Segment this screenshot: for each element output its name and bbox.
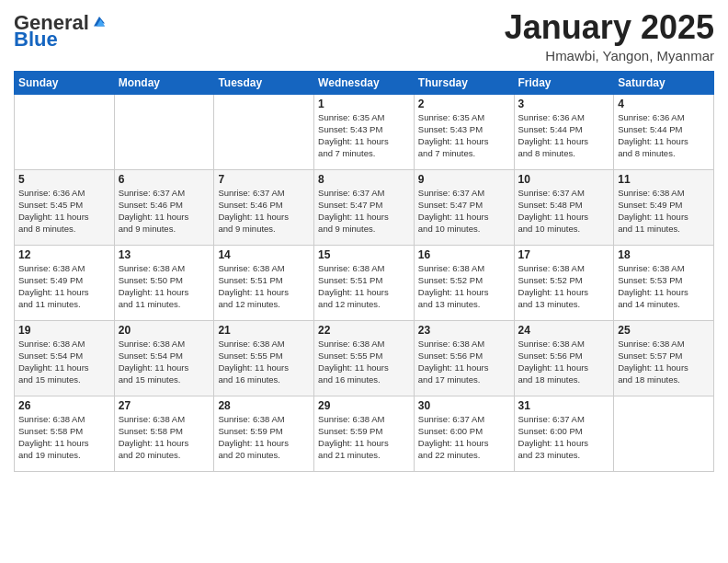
col-monday: Monday xyxy=(114,71,214,94)
day-info: Sunrise: 6:35 AM Sunset: 5:43 PM Dayligh… xyxy=(418,111,510,160)
day-info: Sunrise: 6:38 AM Sunset: 5:56 PM Dayligh… xyxy=(518,338,610,386)
calendar-cell: 20Sunrise: 6:38 AM Sunset: 5:54 PM Dayli… xyxy=(114,320,214,396)
day-info: Sunrise: 6:38 AM Sunset: 5:58 PM Dayligh… xyxy=(18,413,110,462)
day-number: 6 xyxy=(119,173,210,186)
day-info: Sunrise: 6:37 AM Sunset: 5:47 PM Dayligh… xyxy=(418,187,510,236)
day-number: 28 xyxy=(218,399,310,412)
day-number: 18 xyxy=(618,248,710,261)
calendar-cell: 7Sunrise: 6:37 AM Sunset: 5:46 PM Daylig… xyxy=(214,169,314,245)
day-info: Sunrise: 6:38 AM Sunset: 5:55 PM Dayligh… xyxy=(318,338,410,386)
day-info: Sunrise: 6:37 AM Sunset: 6:00 PM Dayligh… xyxy=(418,413,510,462)
day-number: 16 xyxy=(418,248,510,261)
calendar-cell: 19Sunrise: 6:38 AM Sunset: 5:54 PM Dayli… xyxy=(15,320,115,396)
calendar-cell: 8Sunrise: 6:37 AM Sunset: 5:47 PM Daylig… xyxy=(314,169,415,245)
calendar-week-4: 19Sunrise: 6:38 AM Sunset: 5:54 PM Dayli… xyxy=(15,320,714,396)
day-info: Sunrise: 6:38 AM Sunset: 5:52 PM Dayligh… xyxy=(418,262,510,311)
day-info: Sunrise: 6:38 AM Sunset: 5:56 PM Dayligh… xyxy=(418,338,510,386)
day-info: Sunrise: 6:37 AM Sunset: 6:00 PM Dayligh… xyxy=(518,413,610,462)
day-number: 29 xyxy=(318,399,410,412)
day-number: 7 xyxy=(218,173,310,186)
calendar-cell: 26Sunrise: 6:38 AM Sunset: 5:58 PM Dayli… xyxy=(15,396,115,471)
calendar-cell: 5Sunrise: 6:36 AM Sunset: 5:45 PM Daylig… xyxy=(15,169,115,245)
calendar-cell: 31Sunrise: 6:37 AM Sunset: 6:00 PM Dayli… xyxy=(514,396,614,471)
day-number: 20 xyxy=(119,324,210,337)
calendar-cell: 10Sunrise: 6:37 AM Sunset: 5:48 PM Dayli… xyxy=(514,169,614,245)
day-number: 23 xyxy=(418,324,510,337)
day-info: Sunrise: 6:37 AM Sunset: 5:48 PM Dayligh… xyxy=(518,187,610,236)
day-number: 22 xyxy=(318,324,410,337)
calendar-cell: 18Sunrise: 6:38 AM Sunset: 5:53 PM Dayli… xyxy=(614,245,714,320)
calendar-cell: 15Sunrise: 6:38 AM Sunset: 5:51 PM Dayli… xyxy=(314,245,415,320)
calendar-cell xyxy=(214,94,314,169)
day-info: Sunrise: 6:38 AM Sunset: 5:51 PM Dayligh… xyxy=(318,262,410,311)
day-info: Sunrise: 6:37 AM Sunset: 5:46 PM Dayligh… xyxy=(119,187,210,236)
day-number: 30 xyxy=(418,399,510,412)
calendar-cell: 9Sunrise: 6:37 AM Sunset: 5:47 PM Daylig… xyxy=(414,169,514,245)
col-thursday: Thursday xyxy=(414,71,514,94)
header: General Blue January 2025 Hmawbi, Yangon… xyxy=(14,9,714,63)
calendar-cell: 16Sunrise: 6:38 AM Sunset: 5:52 PM Dayli… xyxy=(414,245,514,320)
day-info: Sunrise: 6:38 AM Sunset: 5:49 PM Dayligh… xyxy=(18,262,110,311)
calendar-week-3: 12Sunrise: 6:38 AM Sunset: 5:49 PM Dayli… xyxy=(15,245,714,320)
day-number: 17 xyxy=(518,248,610,261)
day-number: 12 xyxy=(18,248,110,261)
day-info: Sunrise: 6:36 AM Sunset: 5:45 PM Dayligh… xyxy=(18,187,110,236)
day-number: 1 xyxy=(318,98,410,110)
day-number: 19 xyxy=(18,324,110,337)
day-info: Sunrise: 6:38 AM Sunset: 5:55 PM Dayligh… xyxy=(218,338,310,386)
calendar-header-row: Sunday Monday Tuesday Wednesday Thursday… xyxy=(15,71,714,94)
day-number: 21 xyxy=(218,324,310,337)
title-section: January 2025 Hmawbi, Yangon, Myanmar xyxy=(505,9,714,63)
calendar-cell: 12Sunrise: 6:38 AM Sunset: 5:49 PM Dayli… xyxy=(15,245,115,320)
calendar-week-2: 5Sunrise: 6:36 AM Sunset: 5:45 PM Daylig… xyxy=(15,169,714,245)
day-number: 27 xyxy=(119,399,210,412)
col-tuesday: Tuesday xyxy=(214,71,314,94)
col-saturday: Saturday xyxy=(614,71,714,94)
calendar-week-5: 26Sunrise: 6:38 AM Sunset: 5:58 PM Dayli… xyxy=(15,396,714,471)
day-info: Sunrise: 6:38 AM Sunset: 5:50 PM Dayligh… xyxy=(119,262,210,311)
day-info: Sunrise: 6:38 AM Sunset: 5:58 PM Dayligh… xyxy=(119,413,210,462)
logo: General Blue xyxy=(14,13,108,50)
calendar-cell: 24Sunrise: 6:38 AM Sunset: 5:56 PM Dayli… xyxy=(514,320,614,396)
calendar-cell: 30Sunrise: 6:37 AM Sunset: 6:00 PM Dayli… xyxy=(414,396,514,471)
day-number: 4 xyxy=(618,98,710,110)
calendar-cell: 6Sunrise: 6:37 AM Sunset: 5:46 PM Daylig… xyxy=(114,169,214,245)
calendar-table: Sunday Monday Tuesday Wednesday Thursday… xyxy=(14,71,714,472)
location-subtitle: Hmawbi, Yangon, Myanmar xyxy=(505,48,714,63)
day-number: 24 xyxy=(518,324,610,337)
day-number: 5 xyxy=(18,173,110,186)
calendar-cell: 21Sunrise: 6:38 AM Sunset: 5:55 PM Dayli… xyxy=(214,320,314,396)
calendar-cell: 17Sunrise: 6:38 AM Sunset: 5:52 PM Dayli… xyxy=(514,245,614,320)
day-info: Sunrise: 6:38 AM Sunset: 5:53 PM Dayligh… xyxy=(618,262,710,311)
calendar-cell xyxy=(114,94,214,169)
calendar-cell: 11Sunrise: 6:38 AM Sunset: 5:49 PM Dayli… xyxy=(614,169,714,245)
calendar-cell: 4Sunrise: 6:36 AM Sunset: 5:44 PM Daylig… xyxy=(614,94,714,169)
day-info: Sunrise: 6:36 AM Sunset: 5:44 PM Dayligh… xyxy=(618,111,710,160)
calendar-cell xyxy=(614,396,714,471)
day-info: Sunrise: 6:38 AM Sunset: 5:51 PM Dayligh… xyxy=(218,262,310,311)
calendar-cell: 23Sunrise: 6:38 AM Sunset: 5:56 PM Dayli… xyxy=(414,320,514,396)
day-info: Sunrise: 6:38 AM Sunset: 5:57 PM Dayligh… xyxy=(618,338,710,386)
day-info: Sunrise: 6:38 AM Sunset: 5:54 PM Dayligh… xyxy=(18,338,110,386)
main-container: General Blue January 2025 Hmawbi, Yangon… xyxy=(0,0,728,563)
day-number: 25 xyxy=(618,324,710,337)
day-info: Sunrise: 6:38 AM Sunset: 5:54 PM Dayligh… xyxy=(119,338,210,386)
day-number: 31 xyxy=(518,399,610,412)
day-number: 10 xyxy=(518,173,610,186)
day-number: 2 xyxy=(418,98,510,110)
col-wednesday: Wednesday xyxy=(314,71,415,94)
calendar-week-1: 1Sunrise: 6:35 AM Sunset: 5:43 PM Daylig… xyxy=(15,94,714,169)
calendar-cell: 3Sunrise: 6:36 AM Sunset: 5:44 PM Daylig… xyxy=(514,94,614,169)
day-number: 15 xyxy=(318,248,410,261)
calendar-cell: 28Sunrise: 6:38 AM Sunset: 5:59 PM Dayli… xyxy=(214,396,314,471)
day-info: Sunrise: 6:38 AM Sunset: 5:59 PM Dayligh… xyxy=(318,413,410,462)
day-info: Sunrise: 6:37 AM Sunset: 5:47 PM Dayligh… xyxy=(318,187,410,236)
day-info: Sunrise: 6:37 AM Sunset: 5:46 PM Dayligh… xyxy=(218,187,310,236)
day-number: 9 xyxy=(418,173,510,186)
calendar-cell: 25Sunrise: 6:38 AM Sunset: 5:57 PM Dayli… xyxy=(614,320,714,396)
col-friday: Friday xyxy=(514,71,614,94)
day-info: Sunrise: 6:38 AM Sunset: 5:49 PM Dayligh… xyxy=(618,187,710,236)
day-info: Sunrise: 6:38 AM Sunset: 5:52 PM Dayligh… xyxy=(518,262,610,311)
month-title: January 2025 xyxy=(505,9,714,46)
calendar-cell xyxy=(15,94,115,169)
